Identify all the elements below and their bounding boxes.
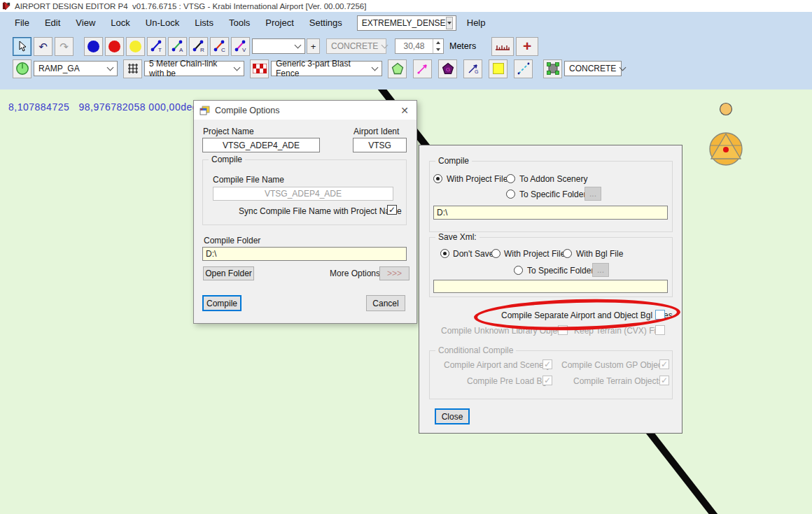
taxiway-name-dropdown[interactable] [252,38,305,54]
menu-unlock[interactable]: Un-Lock [138,15,187,31]
yellow-node-button[interactable] [126,37,145,56]
to-addon-scenery-radio[interactable] [506,174,515,183]
beacon-object[interactable] [710,133,742,165]
taxi-link-r-button[interactable]: R [189,37,208,56]
compile-pre-load-checkbox[interactable]: ✓ [542,376,552,385]
select-cursor-icon [17,41,28,52]
ruler-icon [495,41,510,51]
map-node-circle[interactable] [720,103,732,115]
menu-edit[interactable]: Edit [37,15,68,31]
taxi-link-v-button[interactable]: V [231,37,250,56]
with-bgl-file-label: With Bgl File [576,249,623,259]
purple-pentagon-g-icon: G [442,62,454,75]
blast-fence-type-dropdown[interactable]: Generic 3-part Blast Fence [271,61,382,76]
checker-blast-icon [253,64,267,73]
airport-ident-field[interactable]: VTSG [353,138,407,152]
taxi-link-t-button[interactable]: T [147,37,166,56]
grid-fence-icon [127,62,139,75]
width-spinner-arrows[interactable] [433,39,443,53]
polygon-tool-button[interactable] [388,59,407,78]
density-dropdown[interactable]: EXTREMELY_DENSE [357,15,456,31]
with-project-file-radio[interactable] [433,174,442,183]
menu-help[interactable]: Help [459,15,493,31]
magenta-vector-icon [416,62,429,75]
measure-tool-button[interactable] [491,37,514,56]
menu-lock[interactable]: Lock [103,15,137,31]
compile-button[interactable]: Compile [202,295,241,311]
close-icon[interactable]: ✕ [397,103,412,117]
magenta-vector-button[interactable] [413,59,432,78]
taxi-link-c-icon: C [213,39,227,53]
xml-browse-button[interactable]: ... [592,263,609,277]
surface-dropdown-disabled[interactable]: CONCRETE [326,38,386,54]
compile-folder-field[interactable]: D:\ [202,247,407,261]
dont-save-radio[interactable] [440,249,449,258]
fence-tool-button[interactable] [123,59,142,78]
hold-point-button[interactable] [13,59,31,78]
blue-node-button[interactable] [84,37,103,56]
menu-file[interactable]: File [7,15,37,31]
compile-separate-checkbox[interactable] [655,310,665,320]
taxi-link-c-button[interactable]: C [210,37,229,56]
compile-target-folder-field[interactable]: D:\ [433,206,668,220]
compile-custom-gp-checkbox[interactable]: ✓ [659,359,669,369]
svg-text:G: G [475,69,478,74]
more-options-button[interactable]: >>> [379,266,410,280]
apron-select-button[interactable] [543,59,562,78]
taxi-link-a-button[interactable]: A [168,37,187,56]
apron-tool-button[interactable] [489,59,507,78]
blast-fence-tool-button[interactable] [250,59,269,78]
spin-down-icon [436,48,440,51]
compile-file-name-value: VTSG_ADEP4_ADE [265,189,342,199]
apron-surface-dropdown[interactable]: CONCRETE [564,61,622,76]
xml-folder-field[interactable] [433,280,668,293]
red-node-button[interactable] [105,37,124,56]
redo-button[interactable]: ↷ [55,37,74,56]
fence-type-dropdown[interactable]: 5 Meter Chain-link with be [144,61,244,76]
close-panel-button[interactable]: Close [435,408,470,424]
dialog-title-bar[interactable]: Compile Options ✕ [194,101,416,120]
add-point-button[interactable]: + [516,37,538,56]
gp-vector-button[interactable]: G [463,59,482,78]
compile-to-specific-folder-radio[interactable] [506,190,515,199]
surface-value: CONCRETE [331,41,378,51]
project-name-field[interactable]: VTSG_ADEP4_ADE [202,138,320,152]
keep-terrain-checkbox[interactable] [655,325,665,335]
pentagon-icon [391,62,404,75]
width-spinner[interactable]: 30,48 [395,38,444,54]
keep-terrain-label: Keep Terrain (CVX) File [574,326,663,336]
undo-button[interactable]: ↶ [34,37,52,56]
add-taxiway-name-button[interactable]: + [307,38,320,54]
menu-project[interactable]: Project [258,15,301,31]
cancel-button[interactable]: Cancel [366,295,405,311]
dashed-line-icon [517,62,530,75]
sync-checkbox[interactable]: ✓ [387,205,397,215]
compile-unknown-checkbox[interactable] [558,325,568,335]
compile-terrain-checkbox[interactable]: ✓ [659,376,669,385]
compile-file-name-field[interactable]: VTSG_ADEP4_ADE [213,187,393,201]
ramp-type-dropdown[interactable]: RAMP_GA [34,61,118,76]
edge-line-tool-button[interactable] [514,59,533,78]
xml-to-specific-folder-radio[interactable] [514,266,523,275]
open-folder-button[interactable]: Open Folder [203,266,254,280]
xml-with-project-file-radio[interactable] [491,249,500,258]
compile-folder-value: D:\ [206,249,216,259]
compile-airport-scenery-checkbox[interactable]: ✓ [542,359,552,369]
menu-lists[interactable]: Lists [187,15,221,31]
more-options-panel: Compile With Project File To Addon Scene… [419,145,682,434]
taxi-link-a-icon: A [171,39,185,53]
menu-view[interactable]: View [68,15,103,31]
cursor-coordinates: 8,107884725 98,976782058 000,00deg [8,101,198,113]
density-dropdown-arrow[interactable] [446,17,453,29]
taxi-link-t-icon: T [150,39,164,53]
compile-group-label: Compile [209,155,245,164]
select-tool-button[interactable] [13,37,31,56]
gp-polygon-button[interactable]: G [438,59,457,78]
check-icon: ✓ [661,360,668,369]
menu-settings[interactable]: Settings [302,15,350,31]
compile-browse-button[interactable]: ... [584,187,601,201]
with-bgl-file-radio[interactable] [563,249,572,258]
menu-bar: File Edit View Lock Un-Lock Lists Tools … [0,12,812,34]
menu-tools[interactable]: Tools [221,15,258,31]
xml-to-specific-folder-label: To Specific Folder [527,266,594,276]
